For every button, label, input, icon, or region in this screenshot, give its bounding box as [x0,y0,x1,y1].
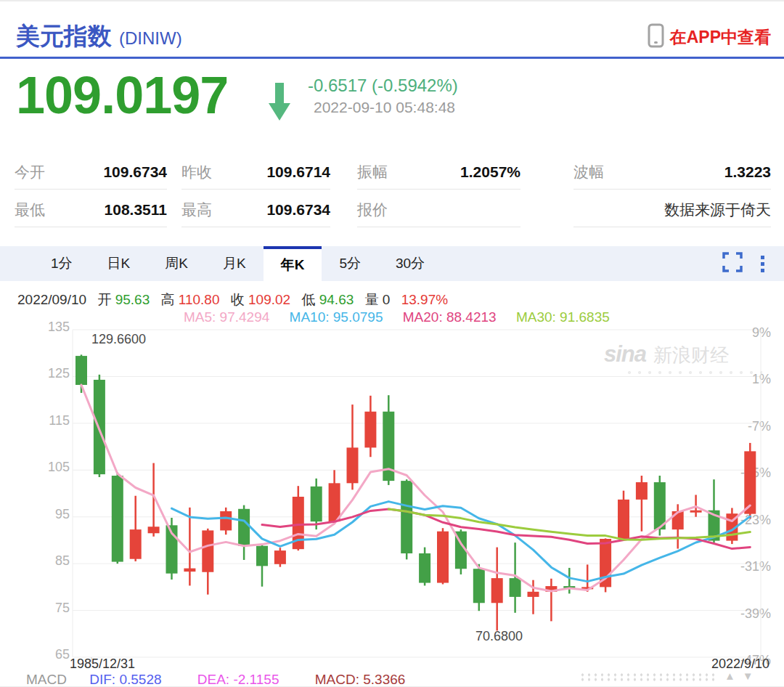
svg-text:125: 125 [48,366,70,381]
current-price: 109.0197 [16,65,228,125]
macd-value: MACD: 5.3366 [315,672,406,687]
macd-label: MACD [26,672,67,687]
chart-scrollbar[interactable] [579,672,719,682]
svg-text:65: 65 [55,647,70,662]
open-in-app-link[interactable]: 在APP中查看 [648,23,771,51]
stat-high: 最高 109.6734 [181,193,330,227]
tab-1min[interactable]: 1分 [33,246,90,281]
macd-readout: MACD DIF: 0.5528 DEA: -2.1155 MACD: 5.33… [26,672,405,687]
quote-timestamp: 2022-09-10 05:48:48 [314,99,455,116]
stat-open: 今开 109.6734 [15,155,167,190]
quote-page: 美元指数 (DINIW) 在APP中查看 109.0197 -0.6517 (-… [0,0,784,687]
data-source-note: 数据来源于倚天 [664,200,771,220]
down-arrow-icon [267,83,292,125]
svg-text:-39%: -39% [740,606,771,621]
stat-label: 今开 [15,162,45,182]
more-menu-icon[interactable] [759,253,767,275]
price-change: -0.6517 (-0.5942%) [308,76,458,96]
page-title: 美元指数 [16,20,112,53]
stat-value: 1.2057% [460,163,520,181]
stat-value: 109.6714 [266,163,330,181]
stat-data-source: 数据来源于倚天 [573,193,771,227]
fullscreen-icon[interactable] [722,252,743,275]
watermark-text: 新浪财经 [653,344,729,366]
stat-label: 最低 [15,200,45,220]
svg-text:-31%: -31% [740,559,771,574]
header: 美元指数 (DINIW) [16,20,182,53]
stat-quote-source: 报价 [357,193,520,227]
stat-label: 昨收 [181,162,212,182]
low-annotation: 70.6800 [475,629,523,644]
phone-icon [648,23,664,51]
stat-prev-close: 昨收 109.6714 [181,155,330,190]
svg-text:75: 75 [55,601,70,615]
sina-logo: sina [604,341,646,367]
watermark-subtext [624,370,762,375]
stat-range: 波幅 1.3223 [573,155,771,190]
high-annotation: 129.6600 [91,332,146,347]
svg-text:105: 105 [48,460,70,474]
sina-watermark: sina新浪财经 [604,341,762,375]
tab-daily[interactable]: 日K [90,246,148,281]
stat-label: 波幅 [573,162,604,182]
header-divider [0,57,784,59]
stat-value: 109.6734 [266,201,330,219]
svg-text:9%: 9% [752,325,771,340]
stat-low: 最低 108.3511 [15,193,167,227]
chart-toolbar [722,246,767,281]
tab-monthly[interactable]: 月K [205,246,264,281]
x-axis-start-date: 1985/12/31 [70,656,135,672]
tab-5min[interactable]: 5分 [322,246,378,281]
svg-text:115: 115 [49,413,70,428]
tab-weekly[interactable]: 周K [147,246,205,281]
zoom-arrows[interactable]: ▲▼ [724,670,761,682]
tab-30min[interactable]: 30分 [378,246,442,281]
stat-label: 报价 [357,200,388,220]
stat-value: 108.3511 [105,201,167,219]
stat-label: 最高 [181,200,212,220]
symbol-code: (DINIW) [119,28,182,49]
stat-value: 1.3223 [724,163,771,181]
svg-text:135: 135 [48,320,70,334]
dea-value: DEA: -2.1155 [197,672,279,687]
stat-label: 振幅 [357,162,388,182]
svg-text:-7%: -7% [748,419,771,434]
tab-yearly[interactable]: 年K [264,246,322,281]
open-in-app-label: 在APP中查看 [670,26,771,49]
dif-value: DIF: 0.5528 [89,672,161,687]
svg-text:95: 95 [55,507,70,521]
period-tabbar: 1分 日K 周K 月K 年K 5分 30分 [0,246,784,281]
stat-value: 109.6734 [103,163,167,181]
svg-text:85: 85 [55,553,70,568]
stat-amplitude: 振幅 1.2057% [357,155,520,190]
